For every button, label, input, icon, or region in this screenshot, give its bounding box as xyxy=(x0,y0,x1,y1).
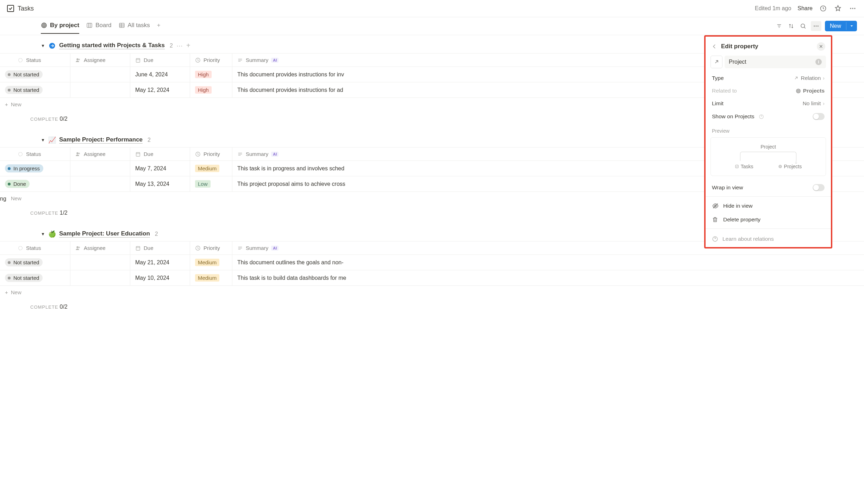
caret-down-icon[interactable]: ▼ xyxy=(41,232,45,237)
cell-due[interactable]: May 21, 2024 xyxy=(130,255,190,270)
hide-in-view-button[interactable]: Hide in view xyxy=(706,199,831,213)
svg-point-3 xyxy=(854,8,855,9)
col-assignee[interactable]: Assignee xyxy=(70,147,130,160)
viewbar-actions: New xyxy=(775,21,857,35)
col-status[interactable]: Status xyxy=(0,53,70,67)
ai-badge: AI xyxy=(271,58,278,63)
eye-off-icon xyxy=(712,202,719,209)
cell-assignee[interactable] xyxy=(70,67,130,82)
show-on-row[interactable]: Show on Projects xyxy=(706,110,831,123)
col-priority[interactable]: Priority xyxy=(190,147,232,160)
group-count: 2 xyxy=(170,43,173,49)
property-name-input[interactable]: Project i xyxy=(725,56,826,68)
complete-summary: COMPLETE0/2 xyxy=(0,299,864,318)
col-assignee[interactable]: Assignee xyxy=(70,241,130,254)
cell-due[interactable]: May 12, 2024 xyxy=(130,82,190,97)
view-more-button[interactable] xyxy=(811,21,821,31)
svg-point-35 xyxy=(76,152,78,154)
caret-down-icon[interactable]: ▼ xyxy=(41,138,45,143)
cell-priority[interactable]: Medium xyxy=(190,270,232,285)
cell-due[interactable]: May 7, 2024 xyxy=(130,161,190,176)
svg-point-20 xyxy=(815,26,816,27)
search-icon[interactable] xyxy=(799,22,807,30)
cell-status[interactable]: Not started xyxy=(0,270,70,285)
delete-property-button[interactable]: Delete property xyxy=(706,213,831,226)
cell-priority[interactable]: High xyxy=(190,67,232,82)
col-due[interactable]: Due xyxy=(130,53,190,67)
cell-due[interactable]: May 10, 2024 xyxy=(130,270,190,285)
col-due[interactable]: Due xyxy=(130,147,190,160)
add-view-button[interactable]: + xyxy=(157,22,161,34)
filter-icon[interactable] xyxy=(775,22,783,30)
more-icon[interactable] xyxy=(849,4,857,13)
cell-priority[interactable]: High xyxy=(190,82,232,97)
status-badge: Done xyxy=(5,180,30,188)
svg-rect-7 xyxy=(87,23,92,27)
view-tabs: By project Board All tasks + xyxy=(41,22,161,34)
cell-status[interactable]: Not started xyxy=(0,67,70,82)
clock-icon[interactable] xyxy=(819,4,827,13)
back-arrow-icon[interactable] xyxy=(711,43,718,50)
type-row[interactable]: Type Relation› xyxy=(706,72,831,84)
cell-priority[interactable]: Medium xyxy=(190,255,232,270)
close-icon[interactable]: ✕ xyxy=(817,42,825,51)
relation-diagram xyxy=(740,152,796,161)
group-name[interactable]: Getting started with Projects & Tasks xyxy=(59,42,165,49)
group-name[interactable]: Sample Project: User Education xyxy=(59,230,150,238)
new-button-dropdown[interactable] xyxy=(846,22,857,30)
star-icon[interactable] xyxy=(834,4,842,13)
cell-assignee[interactable] xyxy=(70,161,130,176)
cell-assignee[interactable] xyxy=(70,270,130,285)
table-row[interactable]: Not started May 10, 2024 Medium This tas… xyxy=(0,270,864,286)
group-name[interactable]: Sample Project: Performance xyxy=(59,136,143,144)
col-assignee[interactable]: Assignee xyxy=(70,53,130,67)
cell-status[interactable]: In progress xyxy=(0,161,70,176)
preview-label: Preview xyxy=(706,123,831,135)
cell-summary[interactable]: This task is to build data dashboards fo… xyxy=(232,270,864,285)
related-to-row: Related to Projects xyxy=(706,84,831,97)
col-priority[interactable]: Priority xyxy=(190,241,232,254)
col-status[interactable]: Status xyxy=(0,241,70,254)
col-due[interactable]: Due xyxy=(130,241,190,254)
new-button-label: New xyxy=(825,21,846,31)
cell-due[interactable]: June 4, 2024 xyxy=(130,67,190,82)
limit-row[interactable]: Limit No limit› xyxy=(706,97,831,110)
svg-point-17 xyxy=(801,24,805,28)
add-row-button[interactable]: +New xyxy=(0,286,864,299)
trash-icon xyxy=(712,216,719,223)
table-row[interactable]: Not started May 21, 2024 Medium This doc… xyxy=(0,255,864,270)
svg-point-24 xyxy=(76,58,78,60)
tab-by-project[interactable]: By project xyxy=(41,22,79,34)
learn-link[interactable]: Learn about relations xyxy=(706,231,831,247)
caret-down-icon[interactable]: ▼ xyxy=(41,43,45,48)
cell-status[interactable]: Done xyxy=(0,176,70,191)
edit-property-popup: Edit property ✕ Project i Type Relation› xyxy=(704,35,832,248)
property-icon-button[interactable] xyxy=(710,56,722,68)
new-button[interactable]: New xyxy=(825,21,857,31)
svg-point-2 xyxy=(852,8,853,9)
preview-box: Project Tasks Projects xyxy=(710,137,826,176)
col-status[interactable]: Status xyxy=(0,147,70,160)
cell-summary[interactable]: This document outlines the goals and non… xyxy=(232,255,864,270)
share-button[interactable]: Share xyxy=(797,5,813,12)
topbar: Tasks Edited 1m ago Share xyxy=(0,0,864,17)
cell-assignee[interactable] xyxy=(70,176,130,191)
tab-board[interactable]: Board xyxy=(86,22,111,34)
info-icon[interactable]: i xyxy=(815,59,822,65)
group-more-icon[interactable]: ⋯ xyxy=(176,42,183,50)
cell-priority[interactable]: Medium xyxy=(190,161,232,176)
cell-assignee[interactable] xyxy=(70,82,130,97)
sort-icon[interactable] xyxy=(787,22,795,30)
page-title[interactable]: Tasks xyxy=(18,5,34,12)
col-priority[interactable]: Priority xyxy=(190,53,232,67)
cell-priority[interactable]: Low xyxy=(190,176,232,191)
cell-status[interactable]: Not started xyxy=(0,82,70,97)
wrap-toggle[interactable] xyxy=(813,184,825,191)
group-add-icon[interactable]: + xyxy=(186,42,190,50)
cell-due[interactable]: May 13, 2024 xyxy=(130,176,190,191)
wrap-row[interactable]: Wrap in view xyxy=(706,181,831,194)
tab-all-tasks[interactable]: All tasks xyxy=(119,22,150,34)
cell-assignee[interactable] xyxy=(70,255,130,270)
cell-status[interactable]: Not started xyxy=(0,255,70,270)
show-on-toggle[interactable] xyxy=(813,113,825,120)
